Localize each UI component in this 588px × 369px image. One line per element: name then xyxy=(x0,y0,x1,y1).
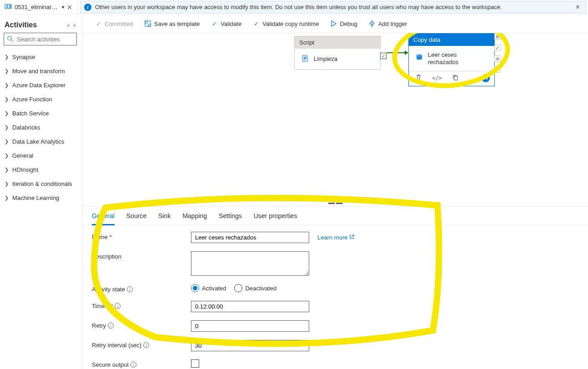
description-input[interactable] xyxy=(191,251,309,276)
chevron-right-icon: ❯ xyxy=(5,181,9,187)
tree-item-azure-data-explorer[interactable]: ❯Azure Data Explorer xyxy=(2,78,79,92)
svg-rect-2 xyxy=(10,4,11,9)
info-icon[interactable]: i xyxy=(115,303,121,309)
retry-label: Retry i xyxy=(92,320,191,329)
secure-output-checkbox[interactable] xyxy=(191,359,199,368)
activity-title: Leer ceses rechazados xyxy=(428,51,488,65)
fail-port[interactable]: ✕ xyxy=(494,55,501,62)
chevron-right-icon: ❯ xyxy=(5,82,9,88)
validate-copy-runtime-button[interactable]: ✓ Validate copy runtime xyxy=(252,20,319,27)
learn-more-link[interactable]: Learn more xyxy=(317,234,355,241)
name-input[interactable] xyxy=(191,232,309,243)
info-icon[interactable]: i xyxy=(108,323,114,329)
svg-rect-15 xyxy=(454,76,457,80)
chevron-right-icon: ❯ xyxy=(5,68,9,74)
tab-sink[interactable]: Sink xyxy=(158,212,171,225)
activity-script-limpieza[interactable]: Script Limpieza ✓ xyxy=(294,36,381,70)
add-trigger-button[interactable]: Add trigger xyxy=(368,20,407,27)
banner-close-icon[interactable]: ✕ xyxy=(573,4,582,10)
retry-interval-label: Retry interval (sec) i xyxy=(92,340,191,349)
play-icon xyxy=(330,20,337,27)
chevron-right-icon: ❯ xyxy=(5,195,9,201)
delete-icon[interactable] xyxy=(415,74,422,82)
tree-item-iteration-conditionals[interactable]: ❯Iteration & conditionals xyxy=(2,177,79,191)
svg-rect-5 xyxy=(145,21,151,26)
info-icon: i xyxy=(84,4,91,11)
pipeline-canvas[interactable]: Script Limpieza ✓ Copy data Leer ceses r… xyxy=(83,33,588,206)
tab-settings[interactable]: Settings xyxy=(219,212,242,225)
svg-rect-7 xyxy=(148,24,151,26)
template-icon xyxy=(144,20,151,27)
info-icon[interactable]: i xyxy=(127,286,133,292)
success-port[interactable]: ✓ xyxy=(380,53,387,59)
tab-general[interactable]: General xyxy=(92,212,115,225)
tab-user-properties[interactable]: User properties xyxy=(254,212,297,225)
tab-title: 0531_eliminar_cese... xyxy=(15,4,59,10)
retry-port[interactable]: ↻ xyxy=(494,34,501,40)
code-icon[interactable]: </> xyxy=(432,75,442,81)
timeout-input[interactable] xyxy=(191,301,309,312)
info-icon[interactable]: i xyxy=(131,362,136,368)
hide-panel-icon[interactable]: « xyxy=(72,21,77,29)
tab-mapping[interactable]: Mapping xyxy=(182,212,207,225)
info-icon[interactable]: i xyxy=(143,342,149,348)
activities-heading: Activities xyxy=(5,21,37,29)
tree-item-general[interactable]: ❯General xyxy=(2,149,79,163)
tree-item-move-transform[interactable]: ❯Move and transform xyxy=(2,64,79,78)
tree-item-synapse[interactable]: ❯Synapse xyxy=(2,50,79,64)
save-as-template-button[interactable]: Save as template xyxy=(144,20,200,27)
chevron-right-icon: ❯ xyxy=(5,54,9,60)
checkmark-icon: ✓ xyxy=(211,20,218,27)
success-port[interactable]: ✓ xyxy=(494,45,501,51)
workspace-warning-banner: i Other users in your workspace may have… xyxy=(80,1,586,13)
run-icon[interactable]: ➜ xyxy=(482,74,490,82)
success-connector xyxy=(387,52,406,53)
activity-title: Limpieza xyxy=(314,55,337,62)
tab-source[interactable]: Source xyxy=(126,212,146,225)
tab-close-icon[interactable]: ✕ xyxy=(67,4,72,10)
activity-state-label: Activity state i xyxy=(92,284,191,293)
tree-item-data-lake-analytics[interactable]: ❯Data Lake Analytics xyxy=(2,135,79,149)
search-activities-box[interactable] xyxy=(4,33,77,45)
chevron-right-icon: ❯ xyxy=(5,139,9,145)
debug-button[interactable]: Debug xyxy=(330,20,357,27)
panel-resize-grip[interactable] xyxy=(327,203,345,205)
script-icon xyxy=(301,54,309,64)
svg-marker-9 xyxy=(370,20,374,27)
svg-rect-1 xyxy=(8,4,10,9)
properties-panel: General Source Sink Mapping Settings Use… xyxy=(83,206,588,369)
activated-radio[interactable]: Activated xyxy=(191,284,226,292)
retry-interval-input[interactable] xyxy=(191,340,309,351)
deactivated-radio[interactable]: Deactivated xyxy=(234,284,276,292)
activities-tree: ❯Synapse ❯Move and transform ❯Azure Data… xyxy=(2,50,79,205)
chevron-right-icon: ❯ xyxy=(5,125,9,130)
document-tab[interactable]: 0531_eliminar_cese... ✕ xyxy=(0,0,77,14)
search-icon xyxy=(7,35,13,43)
chevron-right-icon: ❯ xyxy=(5,153,9,159)
tree-item-azure-function[interactable]: ❯Azure Function xyxy=(2,92,79,106)
secure-output-label: Secure output i xyxy=(92,359,191,368)
chevron-right-icon: ❯ xyxy=(5,96,9,102)
copy-icon[interactable] xyxy=(452,74,459,82)
tree-item-databricks[interactable]: ❯Databricks xyxy=(2,120,79,135)
tree-item-machine-learning[interactable]: ❯Machine Learning xyxy=(2,191,79,205)
activity-copydata-leer-ceses[interactable]: Copy data Leer ceses rechazados </> ➜ ↻ … xyxy=(408,33,495,86)
tab-bar: 0531_eliminar_cese... ✕ i Other users in… xyxy=(0,0,588,15)
committed-button: ✓ Committed xyxy=(95,20,133,27)
activities-sidebar: Activities « « ❯Synapse ❯Move and transf… xyxy=(0,15,83,369)
external-link-icon xyxy=(349,234,355,241)
pipeline-icon xyxy=(5,3,12,11)
retry-input[interactable] xyxy=(191,320,309,332)
svg-line-4 xyxy=(11,40,13,41)
skip-port[interactable]: → xyxy=(494,66,501,73)
chevron-right-icon: ❯ xyxy=(5,110,9,116)
tree-item-batch-service[interactable]: ❯Batch Service xyxy=(2,106,79,120)
timeout-label: Timeout i xyxy=(92,301,191,309)
svg-rect-6 xyxy=(145,21,147,23)
name-label: Name * xyxy=(92,232,191,240)
database-icon xyxy=(415,54,423,63)
checkmark-icon: ✓ xyxy=(252,20,260,27)
validate-button[interactable]: ✓ Validate xyxy=(211,20,241,27)
collapse-all-icon[interactable]: « xyxy=(66,21,70,29)
tree-item-hdinsight[interactable]: ❯HDInsight xyxy=(2,163,79,177)
